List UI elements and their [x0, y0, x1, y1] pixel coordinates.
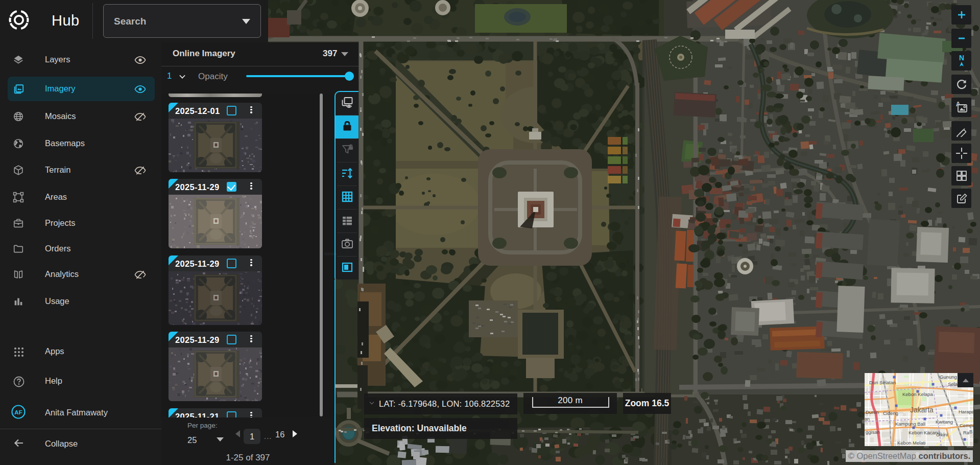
- svg-text:Kebon Kelapa: Kebon Kelapa: [902, 391, 933, 397]
- svg-text:AF: AF: [14, 409, 22, 415]
- svg-text:Kebon Kacang: Kebon Kacang: [909, 430, 940, 435]
- svg-text:Kebon Melati: Kebon Melati: [897, 440, 925, 446]
- svg-text:B: B: [969, 429, 972, 434]
- svg-text:Cikini: Cikini: [936, 432, 948, 437]
- svg-text:Kwitang: Kwitang: [936, 419, 953, 425]
- svg-text:ggisan: ggisan: [866, 429, 880, 435]
- svg-text:Cempa: Cempa: [960, 423, 973, 428]
- svg-text:Harapan M: Harapan M: [959, 409, 973, 414]
- svg-text:Kampung Bali: Kampung Bali: [895, 421, 925, 427]
- svg-text:Duri Selatan: Duri Selatan: [869, 380, 896, 385]
- svg-text:Cideng: Cideng: [883, 410, 898, 416]
- svg-text:Jakarta: Jakarta: [910, 406, 934, 414]
- svg-text:N: N: [959, 54, 964, 62]
- svg-text:an: an: [865, 416, 870, 422]
- svg-text:Duren: Duren: [866, 409, 879, 415]
- svg-text:Ra: Ra: [963, 430, 970, 435]
